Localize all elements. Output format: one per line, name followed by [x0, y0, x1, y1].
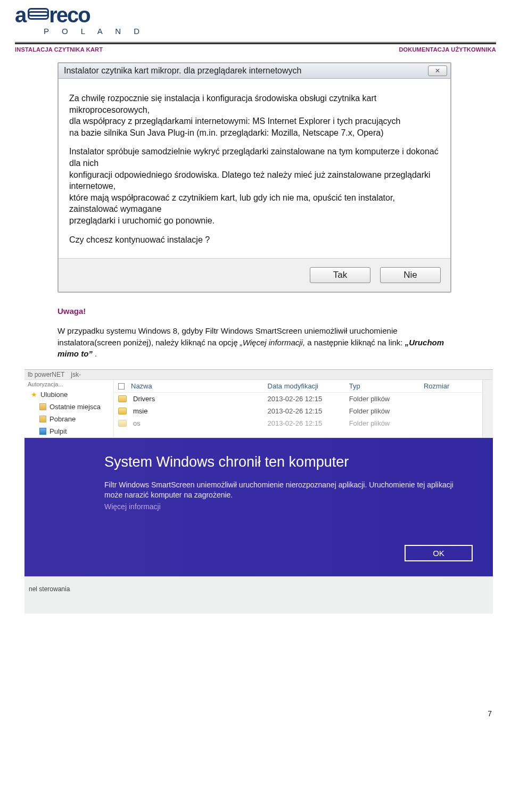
sidebar-item-recent[interactable]: Ostatnie miejsca	[24, 401, 113, 413]
logo-letter-a: a	[15, 6, 26, 23]
scrollbar[interactable]	[482, 380, 493, 437]
logo: a reco P O L A N D	[15, 6, 496, 39]
folder-icon	[118, 420, 127, 427]
smartscreen-screenshot: lb powerNET jsk- Autoryzacja... ★ Ulubio…	[24, 369, 493, 614]
column-date[interactable]: Data modyfikacji	[268, 382, 349, 390]
horizontal-rule	[15, 42, 496, 44]
dialog-title: Instalator czytnika kart mikropr. dla pr…	[64, 66, 301, 76]
ok-button[interactable]: OK	[405, 545, 473, 561]
more-info-link[interactable]: Więcej informacji	[104, 502, 161, 511]
sidebar-item-downloads[interactable]: Pobrane	[24, 413, 113, 425]
no-button[interactable]: Nie	[380, 267, 441, 283]
sidebar-favorites[interactable]: ★ Ulubione	[24, 388, 113, 401]
close-icon[interactable]: ✕	[428, 65, 447, 76]
folder-icon	[118, 395, 127, 402]
logo-letters-b: reco	[49, 6, 90, 23]
list-item[interactable]: Drivers 2013-02-26 12:15 Folder plików	[114, 393, 482, 405]
explorer-sidebar: Autoryzacja... ★ Ulubione Ostatnie miejs…	[24, 380, 114, 437]
list-item[interactable]: msie 2013-02-26 12:15 Folder plików	[114, 405, 482, 417]
dialog-para-3: Czy chcesz kontynuować instalacje ?	[69, 234, 440, 246]
header-left: INSTALACJA CZYTNIKA KART	[15, 46, 103, 53]
sidebar-item-desktop[interactable]: Pulpit	[24, 425, 113, 437]
fragment-label: lb powerNET	[28, 371, 64, 378]
column-type[interactable]: Typ	[349, 382, 424, 390]
attention-heading: Uwaga!	[57, 305, 462, 317]
folder-icon	[118, 408, 127, 415]
dialog-para-2: Instalator spróbuje samodzielnie wykryć …	[69, 146, 440, 226]
fragment-label: jsk-	[71, 371, 81, 378]
explorer-listing: Nazwa Data modyfikacji Typ Rozmiar Drive…	[114, 380, 482, 437]
smartscreen-overlay: System Windows chronił ten komputer Filt…	[24, 438, 493, 576]
panel-fragment-label: nel sterowania	[24, 577, 493, 593]
folder-icon	[39, 428, 46, 435]
smartscreen-title: System Windows chronił ten komputer	[104, 454, 472, 470]
folder-icon	[39, 403, 46, 410]
list-item[interactable]: os 2013-02-26 12:15 Folder plików	[114, 417, 482, 429]
logo-ss-icon	[28, 8, 47, 22]
column-size[interactable]: Rozmiar	[424, 382, 478, 390]
dialog-para-1: Za chwilę rozpocznie się instalacja i ko…	[69, 93, 440, 138]
logo-subtitle: P O L A N D	[44, 27, 496, 36]
header-right: DOKUMENTACJA UŻYTKOWNIKA	[399, 46, 496, 53]
column-name[interactable]: Nazwa	[131, 382, 152, 390]
smartscreen-body: Filtr Windows SmartScreen uniemożliwił u…	[104, 480, 466, 500]
folder-icon	[39, 416, 46, 422]
checkbox-icon[interactable]	[118, 383, 125, 390]
page-number: 7	[15, 614, 496, 718]
star-icon: ★	[31, 391, 37, 399]
instruction-text: Uwaga! W przypadku systemu Windows 8, gd…	[57, 305, 462, 360]
yes-button[interactable]: Tak	[310, 267, 370, 283]
installer-dialog: Instalator czytnika kart mikropr. dla pr…	[57, 62, 451, 293]
instruction-paragraph: W przypadku systemu Windows 8, gdyby Fil…	[57, 325, 462, 360]
